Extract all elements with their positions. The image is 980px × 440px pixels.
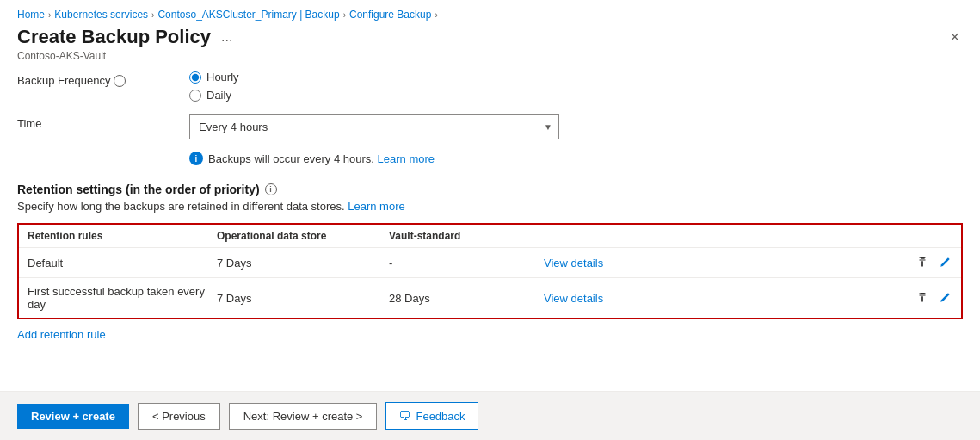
row1-edit-button[interactable] — [937, 255, 952, 270]
row1-vault: - — [389, 257, 544, 270]
page-header-left: Create Backup Policy ... Contoso-AKS-Vau… — [17, 26, 236, 62]
table-row: First successful backup taken every day … — [19, 278, 961, 318]
delete-icon — [916, 292, 928, 304]
row2-vault: 28 Days — [389, 292, 544, 305]
close-button[interactable]: × — [946, 26, 963, 48]
row1-actions — [901, 255, 952, 270]
radio-hourly-input[interactable] — [189, 71, 201, 84]
breadcrumb-sep-3: › — [343, 10, 346, 20]
row2-operational: 7 Days — [217, 292, 389, 305]
delete-icon — [916, 257, 928, 269]
breadcrumb: Home › Kubernetes services › Contoso_AKS… — [0, 0, 980, 26]
info-text: Backups will occur every 4 hours. Learn … — [208, 152, 435, 165]
backup-frequency-row: Backup Frequency i Hourly Daily — [17, 71, 963, 102]
learn-more-link-2[interactable]: Learn more — [348, 200, 404, 213]
time-select[interactable]: Every 4 hours Every 6 hours Every 8 hour… — [189, 114, 559, 139]
row1-view-details-link[interactable]: View details — [544, 257, 603, 270]
breadcrumb-sep-1: › — [48, 10, 51, 20]
row1-view-details: View details — [544, 257, 901, 270]
breadcrumb-cluster[interactable]: Contoso_AKSCluster_Primary | Backup — [157, 9, 339, 21]
backup-frequency-radio-group: Hourly Daily — [189, 71, 239, 102]
time-row: Time Every 4 hours Every 6 hours Every 8… — [17, 114, 963, 139]
page-title: Create Backup Policy — [17, 26, 211, 48]
info-bar: i Backups will occur every 4 hours. Lear… — [17, 152, 963, 165]
row1-delete-button[interactable] — [915, 255, 930, 270]
footer: Review + create < Previous Next: Review … — [0, 391, 980, 440]
row1-operational: 7 Days — [217, 257, 389, 270]
table-row: Default 7 Days - View details — [19, 248, 961, 278]
breadcrumb-sep-2: › — [151, 10, 154, 20]
th-actions — [544, 230, 901, 242]
breadcrumb-configure[interactable]: Configure Backup — [349, 9, 431, 21]
feedback-button[interactable]: 🗨 Feedback — [385, 402, 478, 430]
feedback-icon: 🗨 — [398, 409, 410, 423]
page-header: Create Backup Policy ... Contoso-AKS-Vau… — [0, 26, 980, 71]
page-title-container: Create Backup Policy ... — [17, 26, 236, 48]
retention-table: Retention rules Operational data store V… — [17, 223, 963, 319]
info-circle-icon: i — [189, 152, 203, 165]
main-content: Backup Frequency i Hourly Daily Time Eve… — [0, 71, 980, 375]
breadcrumb-sep-4: › — [435, 10, 437, 20]
learn-more-link-1[interactable]: Learn more — [378, 152, 435, 165]
retention-section-subtitle: Specify how long the backups are retaine… — [17, 200, 963, 213]
add-retention-rule-link[interactable]: Add retention rule — [17, 328, 106, 341]
row2-delete-button[interactable] — [915, 290, 930, 306]
row2-edit-button[interactable] — [937, 290, 952, 306]
radio-daily[interactable]: Daily — [189, 89, 239, 102]
th-vault: Vault-standard — [389, 230, 544, 242]
row1-rule: Default — [28, 257, 217, 270]
th-retention-rules: Retention rules — [28, 230, 217, 242]
row2-view-details-link[interactable]: View details — [544, 292, 603, 305]
row2-actions — [901, 290, 952, 306]
backup-frequency-label: Backup Frequency i — [17, 71, 155, 87]
radio-daily-input[interactable] — [189, 90, 201, 102]
retention-info-icon[interactable]: i — [265, 183, 277, 195]
radio-hourly[interactable]: Hourly — [189, 71, 239, 84]
feedback-label: Feedback — [416, 410, 465, 423]
edit-icon — [939, 257, 951, 269]
breadcrumb-kubernetes[interactable]: Kubernetes services — [54, 9, 148, 21]
th-icons — [901, 230, 952, 242]
edit-icon — [939, 292, 951, 304]
next-button[interactable]: Next: Review + create > — [229, 403, 378, 430]
retention-section-title: Retention settings (in the order of prio… — [17, 183, 963, 196]
ellipsis-button[interactable]: ... — [218, 29, 236, 45]
radio-daily-label: Daily — [206, 89, 231, 102]
th-operational: Operational data store — [217, 230, 389, 242]
page-subtitle: Contoso-AKS-Vault — [17, 50, 236, 62]
radio-hourly-label: Hourly — [206, 71, 239, 84]
breadcrumb-home[interactable]: Home — [17, 9, 45, 21]
time-label: Time — [17, 114, 155, 130]
backup-frequency-info-icon[interactable]: i — [114, 75, 126, 87]
previous-button[interactable]: < Previous — [138, 403, 220, 430]
row2-view-details: View details — [544, 292, 901, 305]
row2-rule: First successful backup taken every day — [28, 285, 217, 311]
review-create-button[interactable]: Review + create — [17, 404, 129, 429]
table-header: Retention rules Operational data store V… — [19, 225, 961, 248]
time-select-wrapper: Every 4 hours Every 6 hours Every 8 hour… — [189, 114, 559, 139]
